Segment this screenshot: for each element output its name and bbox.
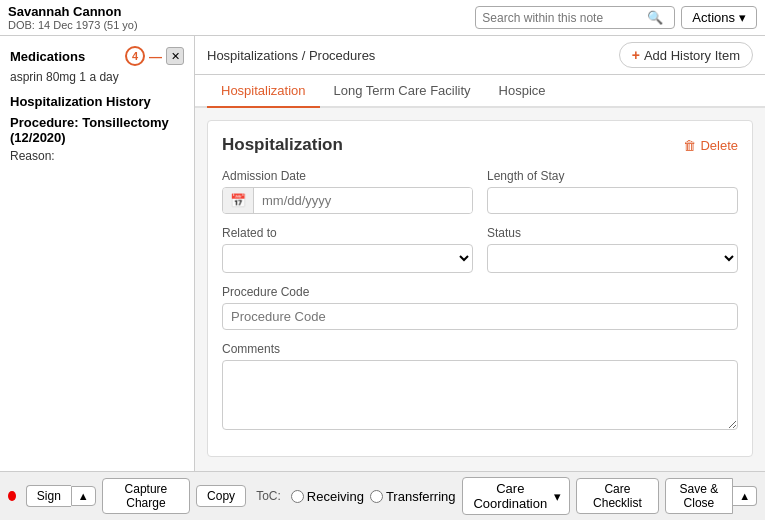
- receiving-label[interactable]: Receiving: [291, 489, 364, 504]
- length-of-stay-group: Length of Stay: [487, 169, 738, 214]
- form-title-row: Hospitalization 🗑 Delete: [222, 135, 738, 155]
- tab-hospice-label: Hospice: [499, 83, 546, 98]
- form-row-4: Comments: [222, 342, 738, 430]
- tabs: Hospitalization Long Term Care Facility …: [195, 75, 765, 108]
- patient-dob: DOB: 14 Dec 1973 (51 yo): [8, 19, 138, 31]
- patient-info: Savannah Cannon DOB: 14 Dec 1973 (51 yo): [8, 4, 138, 31]
- status-group: Status: [487, 226, 738, 273]
- sign-group: Sign ▲: [26, 485, 96, 507]
- length-of-stay-input[interactable]: [487, 187, 738, 214]
- save-close-group: Save & Close ▲: [665, 478, 757, 514]
- receiving-text: Receiving: [307, 489, 364, 504]
- form-row-2: Related to Status: [222, 226, 738, 273]
- hospitalization-history-title: Hospitalization History: [10, 94, 184, 109]
- radio-group: Receiving Transferring: [291, 489, 456, 504]
- medications-close-button[interactable]: ✕: [166, 47, 184, 65]
- status-select[interactable]: [487, 244, 738, 273]
- tab-hospitalization[interactable]: Hospitalization: [207, 75, 320, 108]
- tab-hospitalization-label: Hospitalization: [221, 83, 306, 98]
- comments-label: Comments: [222, 342, 738, 356]
- delete-button[interactable]: 🗑 Delete: [683, 138, 738, 153]
- medication-item: asprin 80mg 1 a day: [10, 70, 184, 84]
- search-icon: 🔍: [647, 10, 663, 25]
- chevron-down-icon: ▾: [554, 489, 561, 504]
- toc-label: ToC:: [256, 489, 281, 503]
- patient-name: Savannah Cannon: [8, 4, 138, 19]
- reason-label: Reason:: [10, 149, 184, 163]
- search-input[interactable]: [482, 11, 647, 25]
- main-content: Medications 4 — ✕ asprin 80mg 1 a day Ho…: [0, 36, 765, 471]
- chevron-down-icon: ▾: [739, 10, 746, 25]
- trash-icon: 🗑: [683, 138, 696, 153]
- related-to-label: Related to: [222, 226, 473, 240]
- form-title: Hospitalization: [222, 135, 343, 155]
- sign-arrow-button[interactable]: ▲: [71, 486, 96, 506]
- top-bar: Savannah Cannon DOB: 14 Dec 1973 (51 yo)…: [0, 0, 765, 36]
- care-coordination-button[interactable]: Care Coordination ▾: [462, 477, 571, 515]
- right-content: Hospitalization Long Term Care Facility …: [195, 75, 765, 471]
- status-dot: [8, 491, 16, 501]
- admission-date-group: Admission Date 📅: [222, 169, 473, 214]
- status-label: Status: [487, 226, 738, 240]
- delete-label: Delete: [700, 138, 738, 153]
- actions-label: Actions: [692, 10, 735, 25]
- related-to-select[interactable]: [222, 244, 473, 273]
- admission-date-label: Admission Date: [222, 169, 473, 183]
- procedure-item-text: Procedure: Tonsillectomy (12/2020): [10, 115, 169, 145]
- comments-textarea[interactable]: [222, 360, 738, 430]
- procedure-item: Procedure: Tonsillectomy (12/2020): [10, 115, 184, 145]
- related-to-group: Related to: [222, 226, 473, 273]
- left-panel: Medications 4 — ✕ asprin 80mg 1 a day Ho…: [0, 36, 195, 471]
- copy-button[interactable]: Copy: [196, 485, 246, 507]
- length-of-stay-label: Length of Stay: [487, 169, 738, 183]
- save-close-button[interactable]: Save & Close: [665, 478, 733, 514]
- transferring-radio[interactable]: [370, 490, 383, 503]
- admission-date-wrapper[interactable]: 📅: [222, 187, 473, 214]
- badge-container: 4 — ✕: [125, 46, 184, 66]
- comments-group: Comments: [222, 342, 738, 430]
- procedure-code-group: Procedure Code: [222, 285, 738, 330]
- breadcrumb: Hospitalizations / Procedures: [207, 48, 375, 63]
- capture-charge-button[interactable]: Capture Charge: [102, 478, 190, 514]
- save-close-arrow-button[interactable]: ▲: [733, 486, 757, 506]
- transferring-text: Transferring: [386, 489, 456, 504]
- tab-hospice[interactable]: Hospice: [485, 75, 560, 108]
- admission-date-input[interactable]: [254, 188, 472, 213]
- bottom-bar: Sign ▲ Capture Charge Copy ToC: Receivin…: [0, 471, 765, 520]
- sign-button[interactable]: Sign: [26, 485, 71, 507]
- plus-icon: +: [632, 47, 640, 63]
- tab-long-term-care[interactable]: Long Term Care Facility: [320, 75, 485, 108]
- right-panel: Hospitalizations / Procedures + Add Hist…: [195, 36, 765, 471]
- right-header: Hospitalizations / Procedures + Add Hist…: [195, 36, 765, 75]
- care-checklist-button[interactable]: Care Checklist: [576, 478, 659, 514]
- medications-header: Medications 4 — ✕: [10, 46, 184, 66]
- medications-title: Medications: [10, 49, 85, 64]
- dash-icon: —: [149, 49, 162, 64]
- form-row-1: Admission Date 📅 Length of Stay: [222, 169, 738, 214]
- receiving-radio[interactable]: [291, 490, 304, 503]
- calendar-icon: 📅: [223, 188, 254, 213]
- medications-badge: 4: [125, 46, 145, 66]
- add-history-button[interactable]: + Add History Item: [619, 42, 753, 68]
- transferring-label[interactable]: Transferring: [370, 489, 456, 504]
- actions-button[interactable]: Actions ▾: [681, 6, 757, 29]
- form-row-3: Procedure Code: [222, 285, 738, 330]
- top-bar-right: 🔍 Actions ▾: [475, 6, 757, 29]
- procedure-code-label: Procedure Code: [222, 285, 738, 299]
- tab-long-term-care-label: Long Term Care Facility: [334, 83, 471, 98]
- add-history-label: Add History Item: [644, 48, 740, 63]
- hospitalization-form: Hospitalization 🗑 Delete Admission Date …: [207, 120, 753, 457]
- search-box[interactable]: 🔍: [475, 6, 675, 29]
- procedure-code-input[interactable]: [222, 303, 738, 330]
- care-coordination-label: Care Coordination: [471, 481, 551, 511]
